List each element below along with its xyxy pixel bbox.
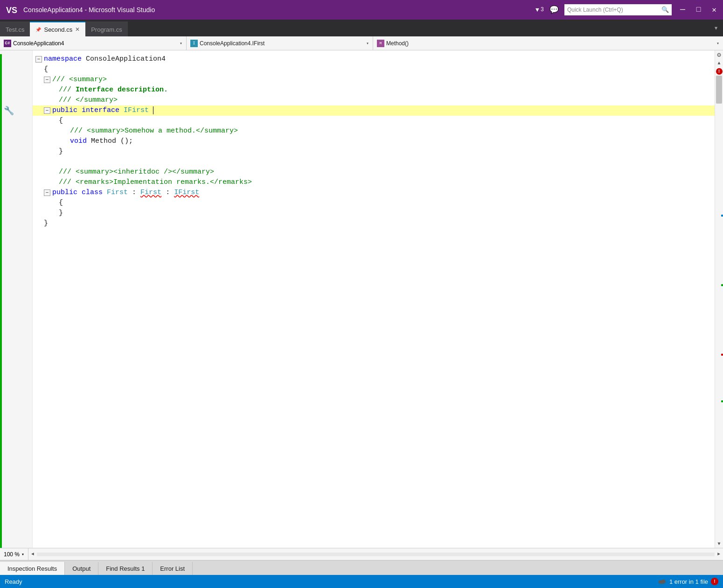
minimize-button[interactable]: ─ xyxy=(677,5,688,14)
tab-label: Test.cs xyxy=(6,26,24,33)
line-content-4: /// Interface description. xyxy=(59,85,168,95)
line-content-15: { xyxy=(59,198,63,208)
scroll-thumb[interactable] xyxy=(716,76,722,104)
code-line-4: /// Interface description. xyxy=(33,85,715,95)
svg-text:VS: VS xyxy=(6,6,17,15)
panel-tab-inspection[interactable]: Inspection Results xyxy=(0,562,65,575)
code-line-2: { xyxy=(33,64,715,75)
quick-launch-text: Quick Launch (Ctrl+Q) xyxy=(567,7,660,13)
panel-tab-find-results[interactable]: Find Results 1 xyxy=(98,562,153,575)
title-bar: VS ConsoleApplication4 - Microsoft Visua… xyxy=(0,0,723,20)
quick-launch-box[interactable]: Quick Launch (Ctrl+Q) 🔍 xyxy=(564,4,672,15)
line-content-6: public interface IFirst xyxy=(52,105,158,116)
code-line-6: ─ public interface IFirst xyxy=(33,105,715,116)
tab-second-cs[interactable]: 📌 Second.cs ✕ xyxy=(30,21,85,36)
status-bar: Ready 1 error in 1 file ! xyxy=(0,575,723,588)
scroll-up-area[interactable]: ⚙ xyxy=(715,50,723,59)
line-content-1: namespace ConsoleApplication4 xyxy=(44,54,166,64)
h-scroll-track[interactable] xyxy=(37,553,715,556)
editor-container: 🔧 ─ namespace ConsoleApplication4 { ─ //… xyxy=(0,50,723,548)
error-count-circle: ! xyxy=(711,578,718,585)
code-line-11 xyxy=(33,157,715,167)
maximize-button[interactable]: □ xyxy=(694,6,704,14)
chat-icon[interactable]: 💬 xyxy=(549,5,559,14)
scroll-up-button[interactable]: ▲ xyxy=(715,59,723,67)
tab-close-icon[interactable]: ✕ xyxy=(75,26,80,33)
status-error-indicator[interactable]: 1 error in 1 file ! xyxy=(658,578,718,585)
map-marker-green xyxy=(721,284,723,286)
line-content-8: /// <summary>Somehow a method.</summary> xyxy=(70,126,238,136)
collapse-btn-14[interactable]: ─ xyxy=(44,189,50,196)
collapse-btn-1[interactable]: ─ xyxy=(35,56,42,63)
map-marker-blue xyxy=(721,215,723,217)
code-line-13: /// <remarks>Implementation remarks.</re… xyxy=(33,177,715,188)
search-icon: 🔍 xyxy=(661,6,669,14)
line-content-17: } xyxy=(44,218,48,229)
editor-gutter: 🔧 xyxy=(0,50,33,548)
map-marker-green2 xyxy=(721,400,723,402)
vertical-scrollbar[interactable]: ⚙ ▲ ! ▼ xyxy=(715,50,723,548)
panel-tab-output[interactable]: Output xyxy=(65,562,98,575)
project-dropdown-arrow: ▾ xyxy=(180,41,182,46)
code-line-1: ─ namespace ConsoleApplication4 xyxy=(33,54,715,64)
error-indicator: ! xyxy=(716,68,723,75)
svg-point-4 xyxy=(659,581,665,584)
chevron-down-icon: ▼ xyxy=(717,541,720,546)
scroll-track[interactable] xyxy=(715,76,723,539)
filter-icon[interactable]: ▼3 xyxy=(535,7,544,14)
collapse-btn-3[interactable]: ─ xyxy=(44,77,50,83)
project-dropdown[interactable]: C# ConsoleApplication4 ▾ xyxy=(0,36,187,50)
chevron-up-icon: ▲ xyxy=(717,61,720,66)
nav-bar: C# ConsoleApplication4 ▾ I ConsoleApplic… xyxy=(0,36,723,50)
code-line-14: ─ public class First : First : IFirst xyxy=(33,188,715,198)
line-content-13: /// <remarks>Implementation remarks.</re… xyxy=(59,177,252,188)
title-text: ConsoleApplication4 - Microsoft Visual S… xyxy=(23,6,535,14)
code-editor[interactable]: ─ namespace ConsoleApplication4 { ─ /// … xyxy=(33,50,715,548)
refactor-light-bulb-icon[interactable]: 🔧 xyxy=(4,105,14,116)
code-line-8: /// <summary>Somehow a method.</summary> xyxy=(33,126,715,136)
tab-program-cs[interactable]: Program.cs xyxy=(85,21,127,36)
zoom-control[interactable]: 100 % ▾ xyxy=(0,548,28,560)
tab-label: Second.cs xyxy=(44,26,72,33)
tab-overflow-button[interactable]: ▾ xyxy=(709,23,723,33)
code-line-3: ─ /// <summary> xyxy=(33,75,715,85)
bottom-bar: 100 % ▾ ◄ ► xyxy=(0,548,723,560)
tab-label: Program.cs xyxy=(91,26,122,33)
collapse-btn-6[interactable]: ─ xyxy=(44,107,50,114)
tab-pin-icon: 📌 xyxy=(35,27,41,32)
method-icon: M xyxy=(377,40,384,47)
h-scroll-left-button[interactable]: ◄ xyxy=(28,548,37,560)
code-line-17: } xyxy=(33,218,715,229)
class-dropdown[interactable]: I ConsoleApplication4.IFirst ▾ xyxy=(187,36,373,50)
gutter-green-bar-top xyxy=(0,54,2,548)
panel-tabs: Inspection Results Output Find Results 1… xyxy=(0,560,723,575)
h-scroll-right-button[interactable]: ► xyxy=(715,548,723,560)
line-content-2: { xyxy=(44,64,48,75)
tab-test-cs[interactable]: Test.cs xyxy=(0,21,30,36)
member-dropdown[interactable]: M Method() ▾ xyxy=(373,36,723,50)
error-cloud-icon xyxy=(658,578,667,585)
scroll-down-button[interactable]: ▼ xyxy=(715,539,723,548)
line-content-7: { xyxy=(59,116,63,126)
line-content-5: /// </summary> xyxy=(59,95,118,105)
code-line-9: void Method (); xyxy=(33,136,715,147)
code-line-5: /// </summary> xyxy=(33,95,715,105)
zoom-value: 100 % xyxy=(4,551,20,558)
line-content-3: /// <summary> xyxy=(52,75,107,85)
class-dropdown-arrow: ▾ xyxy=(366,41,369,46)
close-button[interactable]: ✕ xyxy=(709,5,719,14)
panel-tab-error-list[interactable]: Error List xyxy=(153,562,193,575)
line-content-16: } xyxy=(59,208,63,218)
status-ready-text: Ready xyxy=(5,578,658,585)
line-content-14: public class First : First : IFirst xyxy=(52,188,199,198)
code-line-7: { xyxy=(33,116,715,126)
code-line-10: } xyxy=(33,147,715,157)
map-marker-red xyxy=(721,354,723,356)
project-name: ConsoleApplication4 xyxy=(13,40,178,47)
code-line-15: { xyxy=(33,198,715,208)
line-content-10: } xyxy=(59,147,63,157)
member-dropdown-arrow: ▾ xyxy=(716,41,719,46)
class-name: ConsoleApplication4.IFirst xyxy=(200,40,364,47)
member-name: Method() xyxy=(386,40,715,47)
line-content-12: /// <summary><inheritdoc /></summary> xyxy=(59,167,214,177)
